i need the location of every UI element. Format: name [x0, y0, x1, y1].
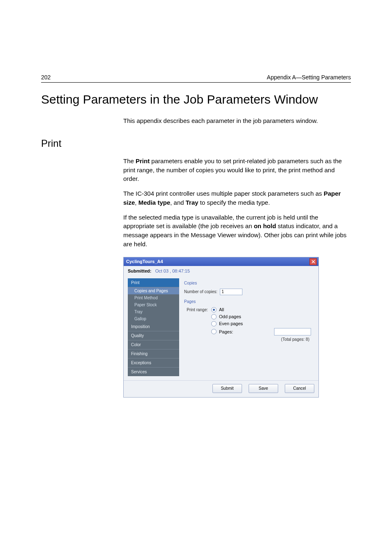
sidebar-item-print-method[interactable]: Print Method: [128, 294, 179, 301]
cancel-button[interactable]: Cancel: [285, 384, 314, 393]
page-header: 202 Appendix A—Setting Parameters: [41, 74, 351, 83]
radio-pages[interactable]: [211, 329, 217, 334]
sidebar-item-gallop[interactable]: Gallop: [128, 315, 179, 322]
submitted-value: Oct 03 , 08:47:15: [155, 268, 190, 273]
sidebar-item-copies-and-pages[interactable]: Copies and Pages: [128, 287, 179, 294]
radio-even-label: Even pages: [219, 321, 243, 326]
sidebar-item-tray[interactable]: Tray: [128, 308, 179, 315]
dialog-content-pane: Copies Number of copies: Pages Print ran…: [182, 278, 314, 376]
dialog-titlebar[interactable]: CyclingTours_A4: [124, 257, 318, 266]
print-range-label: Print range:: [184, 307, 208, 312]
section-heading-print: Print: [41, 138, 351, 149]
header-section-label: Appendix A—Setting Parameters: [267, 74, 351, 81]
radio-odd-label: Odd pages: [219, 314, 241, 319]
radio-odd[interactable]: [211, 314, 217, 319]
sidebar-tab-color[interactable]: Color: [128, 340, 179, 349]
sidebar-tab-exceptions[interactable]: Exceptions: [128, 358, 179, 368]
sidebar-tab-quality[interactable]: Quality: [128, 331, 179, 340]
sidebar-tab-services[interactable]: Services: [128, 368, 179, 376]
radio-all[interactable]: [211, 307, 217, 312]
para-print-1: The Print parameters enable you to set p…: [123, 157, 351, 183]
para-print-3: If the selected media type is unavailabl…: [123, 213, 351, 249]
save-button[interactable]: Save: [249, 384, 278, 393]
page-number: 202: [41, 74, 51, 81]
sidebar-tab-imposition[interactable]: Imposition: [128, 322, 179, 331]
num-copies-input[interactable]: [220, 289, 242, 295]
dialog-title: CyclingTours_A4: [126, 259, 163, 264]
radio-even[interactable]: [211, 321, 217, 326]
pages-input[interactable]: [274, 328, 311, 335]
submitted-label: Submitted:: [128, 268, 151, 273]
sidebar-tab-finishing[interactable]: Finishing: [128, 349, 179, 358]
main-heading: Setting Parameters in the Job Parameters…: [41, 92, 351, 106]
radio-all-label: All: [219, 307, 224, 312]
dialog-button-bar: Submit Save Cancel: [124, 380, 318, 397]
pane-heading-copies: Copies: [184, 281, 311, 285]
num-copies-label: Number of copies:: [184, 289, 217, 294]
total-pages-label: (Total pages: 8): [211, 337, 311, 342]
dialog-sidebar: Print Copies and Pages Print Method Pape…: [128, 278, 179, 376]
sidebar-tab-print[interactable]: Print: [128, 278, 179, 287]
pane-heading-pages: Pages: [184, 299, 311, 304]
sidebar-item-paper-stock[interactable]: Paper Stock: [128, 301, 179, 308]
para-print-2: The IC-304 print controller uses multipl…: [123, 189, 351, 207]
job-parameters-dialog: CyclingTours_A4 Submitted: Oct 03 , 08:4…: [123, 257, 319, 398]
close-icon[interactable]: [309, 258, 317, 265]
submit-button[interactable]: Submit: [212, 384, 242, 393]
intro-paragraph: This appendix describes each parameter i…: [123, 116, 351, 125]
radio-pages-label: Pages:: [219, 329, 233, 334]
submitted-row: Submitted: Oct 03 , 08:47:15: [124, 266, 318, 278]
